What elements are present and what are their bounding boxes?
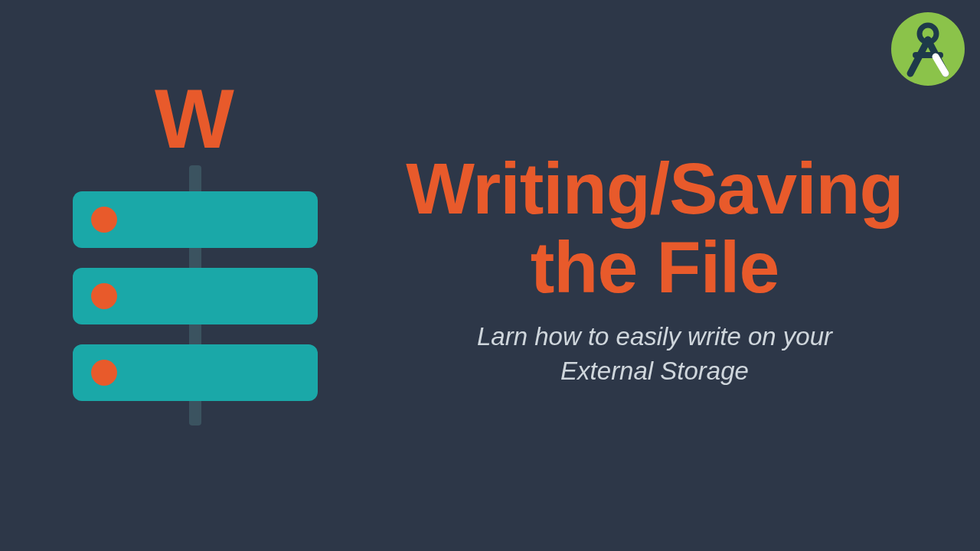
slide-title: Writing/Saving the File [352, 149, 957, 306]
main-content: Writing/Saving the File Larn how to easi… [352, 149, 957, 388]
server-rack-3 [73, 344, 318, 401]
server-led-icon [91, 283, 117, 309]
title-line-2: the File [531, 227, 779, 308]
server-led-icon [91, 207, 117, 233]
server-stack-icon [73, 191, 318, 401]
letter-w-label: W [73, 77, 318, 161]
title-line-1: Writing/Saving [406, 148, 903, 229]
subtitle-line-1: Larn how to easily write on your [477, 322, 832, 350]
server-illustration: W [73, 77, 318, 444]
android-studio-logo-icon [890, 11, 966, 87]
server-led-icon [91, 360, 117, 386]
server-rack-1 [73, 191, 318, 248]
subtitle-line-2: External Storage [560, 357, 749, 385]
slide-subtitle: Larn how to easily write on your Externa… [352, 320, 957, 388]
server-rack-2 [73, 268, 318, 324]
